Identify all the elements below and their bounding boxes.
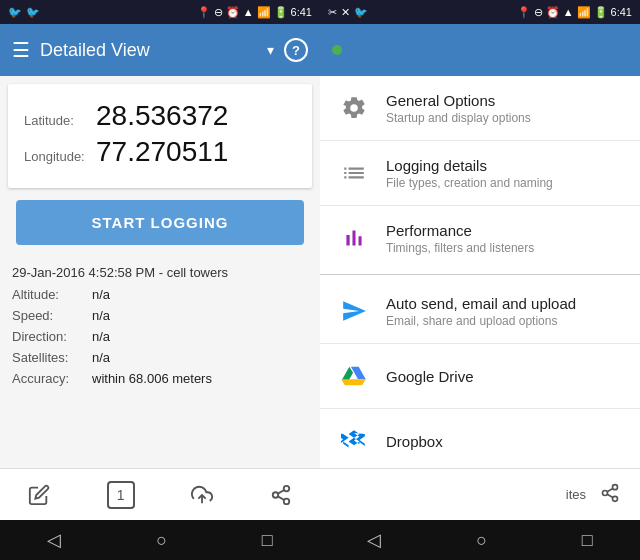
right-time: 6:41 (611, 6, 632, 18)
edit-nav-button[interactable] (16, 478, 62, 512)
svg-point-3 (284, 498, 290, 504)
upload-nav-button[interactable] (179, 478, 225, 512)
logging-details-item[interactable]: Logging details File types, creation and… (320, 141, 640, 206)
right-back-button[interactable]: ◁ (359, 521, 389, 559)
coordinates-card: Latitude: 28.536372 Longitude: 77.270511 (8, 84, 312, 188)
direction-row: Direction: n/a (12, 326, 308, 347)
bottom-nav: 1 (0, 468, 320, 520)
ites-text: ites (566, 487, 586, 502)
dropbox-icon (336, 423, 372, 459)
auto-send-text: Auto send, email and upload Email, share… (386, 295, 624, 328)
latitude-row: Latitude: 28.536372 (24, 100, 296, 132)
svg-line-4 (278, 496, 284, 500)
left-panel: 🐦 🐦 📍 ⊖ ⏰ ▲ 📶 🔋 6:41 ☰ Detailed View ▾ ?… (0, 0, 320, 560)
battery-icon: 🔋 (274, 6, 288, 19)
signal-icon: ▲ (243, 6, 254, 18)
location-icon: 📍 (197, 6, 211, 19)
auto-send-subtitle: Email, share and upload options (386, 314, 624, 328)
bars-icon (336, 220, 372, 256)
svg-point-7 (603, 490, 608, 495)
general-options-item[interactable]: General Options Startup and display opti… (320, 76, 640, 141)
logging-details-title: Logging details (386, 157, 624, 174)
recent-button[interactable]: □ (254, 522, 281, 559)
green-dot (332, 45, 342, 55)
right-location-icon: 📍 (517, 6, 531, 19)
right-toolbar (320, 24, 640, 76)
send-icon (336, 293, 372, 329)
svg-point-2 (273, 492, 279, 498)
time-display: 6:41 (291, 6, 312, 18)
altitude-value: n/a (92, 287, 110, 302)
toolbar-title: Detailed View (40, 40, 257, 61)
longitude-label: Longitude: (24, 149, 96, 164)
help-button[interactable]: ? (284, 38, 308, 62)
dropbox-text: Dropbox (386, 433, 624, 450)
general-options-subtitle: Startup and display options (386, 111, 624, 125)
right-home-button[interactable]: ○ (468, 522, 495, 559)
alarm-icon: ⏰ (226, 6, 240, 19)
home-button[interactable]: ○ (148, 522, 175, 559)
google-drive-item[interactable]: Google Drive (320, 344, 640, 409)
svg-point-8 (613, 496, 618, 501)
svg-line-5 (278, 489, 284, 493)
dropbox-item[interactable]: Dropbox (320, 409, 640, 468)
back-button[interactable]: ◁ (39, 521, 69, 559)
wifi-icon: 📶 (257, 6, 271, 19)
right-panel: ✂ ✕ 🐦 📍 ⊖ ⏰ ▲ 📶 🔋 6:41 Gener (320, 0, 640, 560)
right-battery-icon: 🔋 (594, 6, 608, 19)
general-options-text: General Options Startup and display opti… (386, 92, 624, 125)
performance-title: Performance (386, 222, 624, 239)
speed-label: Speed: (12, 308, 92, 323)
svg-point-1 (284, 485, 290, 491)
right-status-bar: ✂ ✕ 🐦 📍 ⊖ ⏰ ▲ 📶 🔋 6:41 (320, 0, 640, 24)
left-sys-nav: ◁ ○ □ (0, 520, 320, 560)
timestamp-text: 29-Jan-2016 4:52:58 PM - cell towers (12, 265, 228, 280)
performance-text: Performance Timings, filters and listene… (386, 222, 624, 255)
google-drive-title: Google Drive (386, 368, 624, 385)
start-logging-button[interactable]: START LOGGING (16, 200, 304, 245)
auto-send-title: Auto send, email and upload (386, 295, 624, 312)
right-minus-icon: ⊖ (534, 6, 543, 19)
google-drive-text: Google Drive (386, 368, 624, 385)
right-cut-icon: ✂ (328, 6, 337, 19)
longitude-row: Longitude: 77.270511 (24, 136, 296, 168)
auto-send-item[interactable]: Auto send, email and upload Email, share… (320, 279, 640, 344)
latitude-value: 28.536372 (96, 100, 228, 132)
satellites-value: n/a (92, 350, 110, 365)
left-status-bar: 🐦 🐦 📍 ⊖ ⏰ ▲ 📶 🔋 6:41 (0, 0, 320, 24)
dropbox-title: Dropbox (386, 433, 624, 450)
altitude-row: Altitude: n/a (12, 284, 308, 305)
svg-line-9 (607, 494, 613, 497)
latitude-label: Latitude: (24, 113, 96, 128)
minus-icon: ⊖ (214, 6, 223, 19)
performance-subtitle: Timings, filters and listeners (386, 241, 624, 255)
share-nav-button[interactable] (258, 478, 304, 512)
right-twitter-icon: 🐦 (354, 6, 368, 19)
right-recent-button[interactable]: □ (574, 522, 601, 559)
direction-value: n/a (92, 329, 110, 344)
performance-item[interactable]: Performance Timings, filters and listene… (320, 206, 640, 270)
general-options-title: General Options (386, 92, 624, 109)
menu-icon[interactable]: ☰ (12, 38, 30, 62)
satellites-row: Satellites: n/a (12, 347, 308, 368)
twitter-icon-1: 🐦 (8, 6, 22, 19)
altitude-label: Altitude: (12, 287, 92, 302)
number-nav-button[interactable]: 1 (95, 475, 147, 515)
logging-details-text: Logging details File types, creation and… (386, 157, 624, 190)
logging-details-subtitle: File types, creation and naming (386, 176, 624, 190)
direction-label: Direction: (12, 329, 92, 344)
right-bottom-bar: ites (320, 468, 640, 520)
accuracy-value: within 68.006 meters (92, 371, 212, 386)
right-sys-nav: ◁ ○ □ (320, 520, 640, 560)
accuracy-row: Accuracy: within 68.006 meters (12, 368, 308, 389)
timestamp-row: 29-Jan-2016 4:52:58 PM - cell towers (0, 257, 320, 284)
right-signal-icon: ▲ (563, 6, 574, 18)
info-table: Altitude: n/a Speed: n/a Direction: n/a … (0, 284, 320, 389)
right-share-button[interactable] (592, 479, 628, 511)
accuracy-label: Accuracy: (12, 371, 92, 386)
twitter-icon-2: 🐦 (26, 6, 40, 19)
satellites-label: Satellites: (12, 350, 92, 365)
right-close-icon: ✕ (341, 6, 350, 19)
speed-value: n/a (92, 308, 110, 323)
dropdown-icon[interactable]: ▾ (267, 42, 274, 58)
